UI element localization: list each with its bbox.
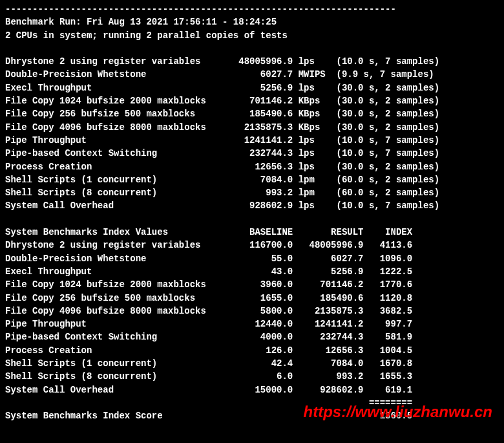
index-row-5: File Copy 4096 bufsize 8000 maxblocks 58… <box>5 305 499 318</box>
index-row-6: Pipe Throughput 12440.0 1241141.2 997.7 <box>5 318 499 330</box>
index-row-3: File Copy 1024 bufsize 2000 maxblocks 39… <box>5 278 499 291</box>
result-row-5: File Copy 4096 bufsize 8000 maxblocks 21… <box>5 121 499 134</box>
index-row-10: Shell Scripts (8 concurrent) 6.0 993.2 1… <box>5 370 499 383</box>
index-row-1: Double-Precision Whetstone 55.0 6027.7 1… <box>5 252 499 265</box>
divider-top: ----------------------------------------… <box>5 3 499 16</box>
run-info: Benchmark Run: Fri Aug 13 2021 17:56:11 … <box>5 16 499 28</box>
index-header: System Benchmarks Index Values BASELINE … <box>5 226 499 239</box>
index-row-0: Dhrystone 2 using register variables 116… <box>5 239 499 252</box>
result-row-3: File Copy 1024 bufsize 2000 maxblocks 70… <box>5 94 499 107</box>
result-row-11: System Call Overhead 928602.9 lps (10.0 … <box>5 199 499 212</box>
result-row-0: Dhrystone 2 using register variables 480… <box>5 55 499 68</box>
result-row-8: Process Creation 12656.3 lps (30.0 s, 2 … <box>5 160 499 173</box>
index-row-2: Execl Throughput 43.0 5256.9 1222.5 <box>5 265 499 278</box>
watermark-text: https://www.liuzhanwu.cn <box>304 401 492 424</box>
result-row-7: Pipe-based Context Switching 232744.3 lp… <box>5 147 499 160</box>
blank <box>5 213 499 226</box>
index-row-11: System Call Overhead 15000.0 928602.9 61… <box>5 384 499 396</box>
cpu-info: 2 CPUs in system; running 2 parallel cop… <box>5 29 499 42</box>
index-row-4: File Copy 256 bufsize 500 maxblocks 1655… <box>5 292 499 305</box>
blank <box>5 42 499 55</box>
result-row-10: Shell Scripts (8 concurrent) 993.2 lpm (… <box>5 186 499 199</box>
index-row-7: Pipe-based Context Switching 4000.0 2327… <box>5 330 499 343</box>
blank <box>5 423 499 436</box>
index-row-8: Process Creation 126.0 12656.3 1004.5 <box>5 344 499 357</box>
result-row-6: Pipe Throughput 1241141.2 lps (10.0 s, 7… <box>5 134 499 147</box>
result-row-4: File Copy 256 bufsize 500 maxblocks 1854… <box>5 107 499 120</box>
index-row-9: Shell Scripts (1 concurrent) 42.4 7084.0… <box>5 357 499 370</box>
result-row-1: Double-Precision Whetstone 6027.7 MWIPS … <box>5 68 499 81</box>
result-row-9: Shell Scripts (1 concurrent) 7084.0 lpm … <box>5 173 499 186</box>
blank <box>5 436 499 443</box>
result-row-2: Execl Throughput 5256.9 lps (30.0 s, 2 s… <box>5 81 499 94</box>
